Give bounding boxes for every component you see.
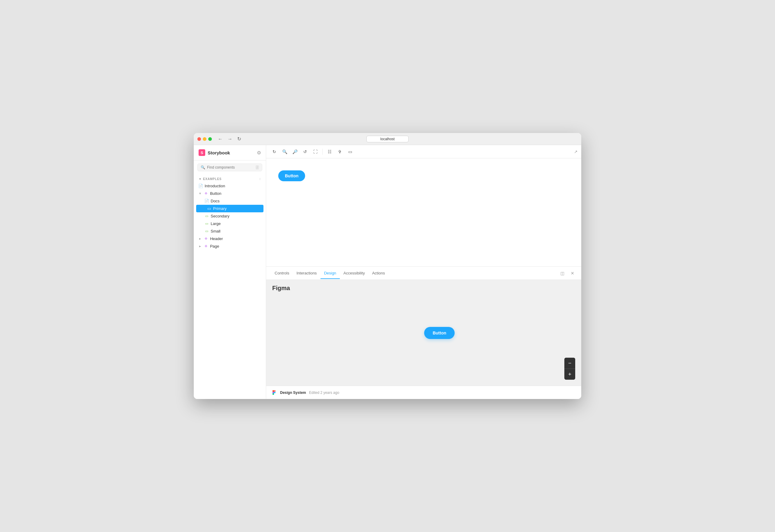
story-icon: ▭ <box>205 222 209 226</box>
sidebar-item-secondary[interactable]: ▭ Secondary <box>194 212 266 220</box>
svg-rect-0 <box>272 390 274 392</box>
search-icon: 🔍 <box>201 165 205 169</box>
settings-button[interactable]: ⚙ <box>257 150 261 156</box>
search-bar[interactable]: 🔍 / <box>197 163 262 171</box>
close-button[interactable] <box>197 137 201 141</box>
sidebar-item-small[interactable]: ▭ Small <box>194 227 266 235</box>
main-layout: S Storybook ⚙ 🔍 / ▼ EXAMPLES ↕ 📄 I <box>194 145 581 399</box>
grid-button[interactable]: ☷ <box>325 147 334 156</box>
figma-label: Figma <box>272 285 290 292</box>
search-shortcut: / <box>256 165 259 169</box>
component-icon: ✥ <box>204 192 208 196</box>
sync-button[interactable]: ↻ <box>270 147 279 156</box>
expand-icon: ▼ <box>198 192 202 195</box>
traffic-lights <box>197 137 212 141</box>
component-icon: ✥ <box>204 237 208 241</box>
zoom-in-btn[interactable]: + <box>564 369 575 380</box>
forward-button[interactable]: → <box>226 135 233 142</box>
sidebar-item-button[interactable]: ▼ ✥ Button <box>194 190 266 197</box>
footer-name: Design System <box>280 391 306 395</box>
expand-icon: ► <box>198 237 202 240</box>
expand-icon: ► <box>198 245 202 248</box>
sidebar-item-large[interactable]: ▭ Large <box>194 220 266 227</box>
sidebar-item-label: Large <box>211 221 221 226</box>
story-icon: ▭ <box>205 229 209 233</box>
bottom-panel: Controls Interactions Design Accessibili… <box>266 266 581 399</box>
sidebar-item-docs[interactable]: 📄 Docs <box>194 197 266 205</box>
panel-tabs: Controls Interactions Design Accessibili… <box>266 267 581 280</box>
zoom-out-btn[interactable]: − <box>564 358 575 369</box>
canvas-content: Button <box>278 170 569 254</box>
sort-icon: ↕ <box>259 177 261 181</box>
doc-icon: 📄 <box>205 199 209 203</box>
panel-icons: ◫ ✕ <box>558 269 577 277</box>
logo-area: S Storybook <box>198 149 230 156</box>
canvas-toolbar: ↻ 🔍 🔎 ↺ ⛶ ☷ ✞ ▭ ↗ <box>266 145 581 158</box>
outline-button[interactable]: ▭ <box>345 147 354 156</box>
sidebar-header: S Storybook ⚙ <box>194 145 266 160</box>
measure-button[interactable]: ✞ <box>335 147 344 156</box>
storybook-logo-icon: S <box>198 149 205 156</box>
sidebar: S Storybook ⚙ 🔍 / ▼ EXAMPLES ↕ 📄 I <box>194 145 266 399</box>
svg-rect-1 <box>274 390 275 392</box>
url-bar[interactable]: localhost <box>366 136 409 142</box>
footer-edited: Edited 2 years ago <box>309 391 339 395</box>
maximize-button[interactable] <box>208 137 212 141</box>
sidebar-item-label: Header <box>210 236 223 241</box>
panel-split-button[interactable]: ◫ <box>558 269 566 277</box>
reload-button[interactable]: ↻ <box>236 135 242 142</box>
sidebar-item-label: Introduction <box>205 184 225 188</box>
sidebar-item-header[interactable]: ► ✥ Header <box>194 235 266 242</box>
sidebar-item-label: Primary <box>213 206 227 211</box>
external-link-button[interactable]: ↗ <box>574 149 578 154</box>
sidebar-item-label: Page <box>210 244 219 249</box>
titlebar: ← → ↻ localhost <box>194 133 581 145</box>
minimize-button[interactable] <box>203 137 206 141</box>
canvas: Button <box>266 158 581 266</box>
sidebar-item-page[interactable]: ► ✥ Page <box>194 242 266 250</box>
zoom-out-button[interactable]: 🔎 <box>290 147 299 156</box>
tab-actions[interactable]: Actions <box>368 268 389 279</box>
figma-footer: Design System Edited 2 years ago <box>266 386 581 399</box>
svg-rect-3 <box>272 393 274 395</box>
doc-icon: 📄 <box>198 184 203 188</box>
search-input[interactable] <box>207 165 254 169</box>
sidebar-item-label: Small <box>211 229 221 233</box>
canvas-preview-button[interactable]: Button <box>278 170 305 181</box>
zoom-controls: − + <box>564 358 575 380</box>
tab-controls[interactable]: Controls <box>271 268 293 279</box>
app-window: ← → ↻ localhost S Storybook ⚙ 🔍 / <box>194 133 581 399</box>
component-icon: ✥ <box>204 244 208 249</box>
fullscreen-button[interactable]: ⛶ <box>311 147 320 156</box>
svg-point-4 <box>274 392 275 393</box>
panel-close-button[interactable]: ✕ <box>569 269 577 277</box>
content-area: ↻ 🔍 🔎 ↺ ⛶ ☷ ✞ ▭ ↗ Button <box>266 145 581 399</box>
section-label: ▼ EXAMPLES ↕ <box>194 174 266 182</box>
sidebar-item-label: Docs <box>211 199 220 203</box>
back-button[interactable]: ← <box>217 135 224 142</box>
figma-preview-button[interactable]: Button <box>424 327 455 339</box>
tab-interactions[interactable]: Interactions <box>293 268 320 279</box>
svg-rect-2 <box>272 392 274 393</box>
app-name: Storybook <box>208 150 230 155</box>
zoom-in-button[interactable]: 🔍 <box>280 147 289 156</box>
design-panel: Figma Button − + <box>266 280 581 386</box>
zoom-reset-button[interactable]: ↺ <box>300 147 310 156</box>
tab-accessibility[interactable]: Accessibility <box>340 268 368 279</box>
tab-design[interactable]: Design <box>320 268 340 279</box>
story-icon: ▭ <box>207 207 211 211</box>
sidebar-item-label: Secondary <box>211 214 229 218</box>
figma-icon <box>271 390 277 396</box>
section-chevron: ▼ <box>198 177 202 181</box>
nav-buttons: ← → ↻ <box>217 135 242 142</box>
sidebar-item-primary[interactable]: ▭ Primary <box>196 205 263 212</box>
sidebar-item-introduction[interactable]: 📄 Introduction <box>194 182 266 190</box>
sidebar-item-label: Button <box>210 191 221 196</box>
story-icon: ▭ <box>205 214 209 218</box>
